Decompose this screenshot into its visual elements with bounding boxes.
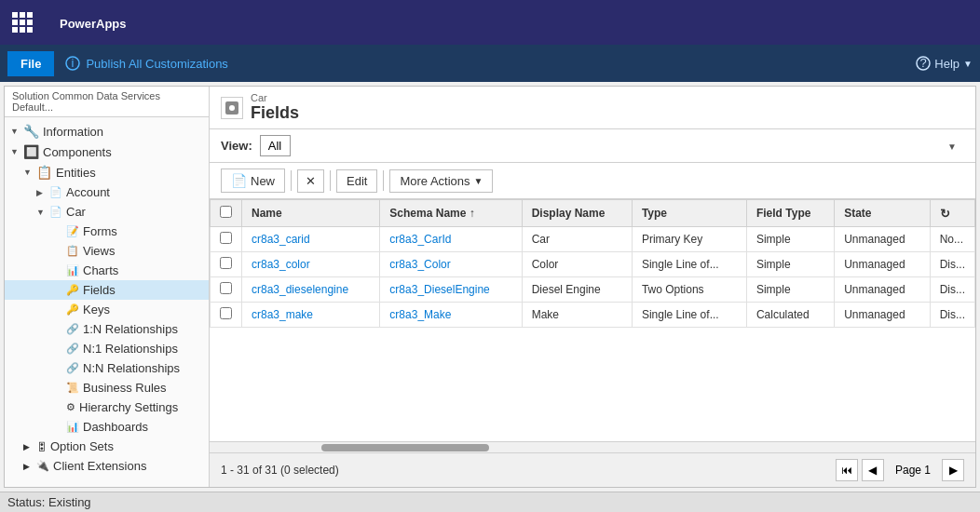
- sidebar: Solution Common Data Services Default...…: [5, 87, 210, 487]
- table-row: cr8a3_dieselengine cr8a3_DieselEngine Di…: [211, 277, 975, 303]
- sidebar-item-car[interactable]: ▼ 📄 Car: [5, 202, 209, 222]
- table-row: cr8a3_color cr8a3_Color Color Single Lin…: [211, 252, 975, 277]
- publish-icon: i: [65, 56, 80, 71]
- sidebar-item-client-extensions-label: Client Extensions: [53, 459, 146, 473]
- publish-button[interactable]: i Publish All Customizations: [65, 56, 227, 71]
- row-checkbox-2[interactable]: [211, 252, 242, 277]
- sidebar-content: ▼ 🔧 Information ▼ 🔲 Components ▼ 📋 Entit…: [5, 117, 209, 479]
- svg-text:?: ?: [920, 56, 927, 70]
- th-type[interactable]: Type: [632, 200, 746, 227]
- th-field-type[interactable]: Field Type: [746, 200, 834, 227]
- th-name[interactable]: Name: [242, 200, 380, 227]
- select-all-checkbox[interactable]: [220, 206, 232, 218]
- delete-label: ✕: [306, 174, 316, 188]
- delete-button[interactable]: ✕: [297, 169, 324, 193]
- next-page-button[interactable]: ▶: [942, 459, 964, 481]
- field-fieldtype-4: Calculated: [746, 303, 834, 328]
- field-schema-3[interactable]: cr8a3_DieselEngine: [380, 277, 522, 303]
- prev-page-button[interactable]: ◀: [862, 459, 884, 481]
- th-refresh[interactable]: ↻: [930, 200, 974, 227]
- more-actions-button[interactable]: More Actions ▼: [389, 169, 493, 193]
- sidebar-item-charts[interactable]: 📊 Charts: [5, 261, 209, 280]
- field-fieldtype-3: Simple: [746, 277, 834, 303]
- view-select[interactable]: All: [260, 135, 291, 156]
- checkbox-2[interactable]: [220, 257, 232, 269]
- edit-button[interactable]: Edit: [336, 169, 377, 193]
- waffle-menu[interactable]: [0, 0, 45, 45]
- help-button[interactable]: ? Help ▼: [916, 56, 973, 71]
- refresh-icon[interactable]: ↻: [940, 207, 950, 221]
- sidebar-item-entities[interactable]: ▼ 📋 Entities: [5, 162, 209, 182]
- horizontal-scrollbar[interactable]: [210, 441, 975, 452]
- field-extra-4: Dis...: [930, 303, 974, 328]
- content-area: Car Fields View: All 📄 New ✕: [210, 87, 975, 487]
- field-name-2[interactable]: cr8a3_color: [242, 252, 380, 277]
- field-schema-1[interactable]: cr8a3_CarId: [380, 227, 522, 252]
- field-extra-3: Dis...: [930, 277, 974, 303]
- sidebar-item-car-label: Car: [66, 205, 86, 219]
- field-state-3: Unmanaged: [835, 277, 930, 303]
- sidebar-item-keys[interactable]: 🔑 Keys: [5, 300, 209, 319]
- file-button[interactable]: File: [7, 51, 54, 76]
- sidebar-item-dashboards-label: Dashboards: [83, 420, 148, 434]
- sidebar-item-forms[interactable]: 📝 Forms: [5, 222, 209, 241]
- pagination-controls: ⏮ ◀ Page 1 ▶: [836, 459, 964, 481]
- th-checkbox[interactable]: [211, 200, 242, 227]
- field-name-4[interactable]: cr8a3_make: [242, 303, 380, 328]
- sidebar-item-nn-relationships[interactable]: 🔗 N:N Relationships: [5, 358, 209, 378]
- table-container[interactable]: Name Schema Name ↑ Display Name Type Fie…: [210, 199, 975, 441]
- more-actions-arrow: ▼: [474, 176, 483, 186]
- sidebar-item-hierarchy[interactable]: ⚙ Hierarchy Settings: [5, 397, 209, 417]
- field-schema-4[interactable]: cr8a3_Make: [380, 303, 522, 328]
- th-schema-name[interactable]: Schema Name ↑: [380, 200, 522, 227]
- th-state[interactable]: State: [835, 200, 930, 227]
- svg-point-5: [229, 105, 235, 111]
- field-state-4: Unmanaged: [835, 303, 930, 328]
- sidebar-item-dashboards[interactable]: 📊 Dashboards: [5, 417, 209, 437]
- help-label: Help: [934, 57, 960, 71]
- checkbox-1[interactable]: [220, 232, 232, 244]
- status-text: Status: Existing: [7, 495, 91, 509]
- sidebar-item-views[interactable]: 📋 Views: [5, 241, 209, 261]
- field-fieldtype-1: Simple: [746, 227, 834, 252]
- row-checkbox-4[interactable]: [211, 303, 242, 328]
- th-display-name[interactable]: Display Name: [522, 200, 632, 227]
- sidebar-item-option-sets[interactable]: ▶ 🎛 Option Sets: [5, 437, 209, 456]
- edit-label: Edit: [347, 174, 367, 188]
- sidebar-item-information[interactable]: ▼ 🔧 Information: [5, 121, 209, 141]
- toolbar-separator-1: [291, 170, 292, 191]
- view-select-wrapper: All: [260, 135, 964, 156]
- first-page-button[interactable]: ⏮: [836, 459, 858, 481]
- new-button[interactable]: 📄 New: [221, 168, 285, 193]
- row-checkbox-1[interactable]: [211, 227, 242, 252]
- entity-breadcrumb: Car: [251, 92, 299, 103]
- status-bar: Status: Existing: [0, 492, 980, 512]
- page-title: Fields: [251, 103, 299, 123]
- sidebar-item-charts-label: Charts: [83, 263, 118, 277]
- sidebar-item-option-sets-label: Option Sets: [50, 439, 114, 453]
- field-type-3: Two Options: [632, 277, 746, 303]
- checkbox-3[interactable]: [220, 282, 232, 294]
- field-extra-2: Dis...: [930, 252, 974, 277]
- sidebar-item-keys-label: Keys: [83, 303, 110, 317]
- field-name-3[interactable]: cr8a3_dieselengine: [242, 277, 380, 303]
- row-checkbox-3[interactable]: [211, 277, 242, 303]
- sidebar-item-n1-relationships[interactable]: 🔗 N:1 Relationships: [5, 339, 209, 358]
- help-arrow: ▼: [963, 59, 973, 69]
- sidebar-item-forms-label: Forms: [83, 224, 117, 238]
- solution-label: Solution Common Data Services Default...: [5, 87, 209, 117]
- field-fieldtype-2: Simple: [746, 252, 834, 277]
- sidebar-item-views-label: Views: [83, 244, 115, 258]
- sidebar-item-client-extensions[interactable]: ▶ 🔌 Client Extensions: [5, 456, 209, 476]
- app-title: PowerApps: [45, 13, 142, 33]
- sidebar-item-components[interactable]: ▼ 🔲 Components: [5, 141, 209, 162]
- field-schema-2[interactable]: cr8a3_Color: [380, 252, 522, 277]
- field-name-1[interactable]: cr8a3_carid: [242, 227, 380, 252]
- sidebar-item-account[interactable]: ▶ 📄 Account: [5, 182, 209, 202]
- sidebar-item-1n-relationships[interactable]: 🔗 1:N Relationships: [5, 319, 209, 339]
- checkbox-4[interactable]: [220, 307, 232, 319]
- sidebar-item-fields[interactable]: 🔑 Fields: [5, 280, 209, 300]
- sidebar-item-business-rules[interactable]: 📜 Business Rules: [5, 378, 209, 397]
- scrollbar-thumb[interactable]: [321, 444, 489, 451]
- sidebar-item-hierarchy-label: Hierarchy Settings: [79, 400, 178, 414]
